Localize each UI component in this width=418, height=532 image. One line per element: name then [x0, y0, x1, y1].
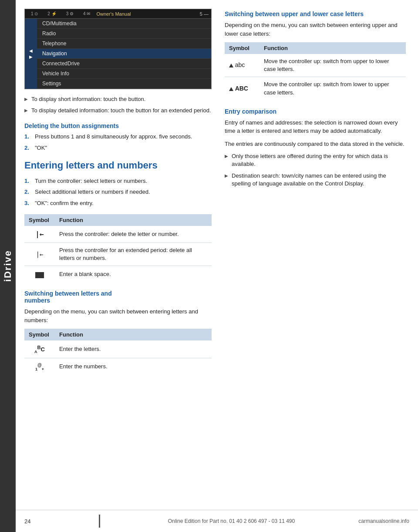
bullet-item-2: ▶ To display detailed information: touch… [24, 107, 212, 114]
entry-comparison-para-1: Entry of names and addresses: the select… [225, 118, 406, 135]
menu-tab-4: 4 ✉ [80, 10, 94, 17]
entry-bullet-arrow-2: ▶ [225, 173, 228, 179]
menu-nav-arrows: ◀ ▶ [25, 19, 37, 89]
menu-item-settings: Settings [37, 79, 211, 89]
backspace-thin-icon: |← [36, 251, 44, 258]
enter-text-3: "OK": confirm the entry. [35, 199, 94, 207]
switching-upper-heading: Switching between upper and lower case l… [225, 10, 406, 17]
table3-header-symbol: Symbol [225, 42, 260, 54]
table3-func-2: Move the controller up: switch from lowe… [260, 77, 406, 100]
bullet-text-2: To display detailed information: touch t… [31, 107, 211, 114]
enter-text-1: Turn the controller: select letters or n… [35, 177, 147, 185]
bullet-arrow-2: ▶ [24, 108, 28, 114]
num-sub-icon: 1@+ [35, 364, 44, 370]
table1-sym-3 [24, 266, 55, 283]
table2-row-2: 1@+ Enter the numbers. [24, 358, 212, 375]
deleting-step-2: 2. "OK" [24, 144, 212, 152]
table1-sym-2: |← [24, 243, 55, 266]
menu-tab-3: 3 ⚙ [63, 10, 77, 17]
abc-sub-icon: ABC [34, 346, 45, 353]
right-column: Switching between upper and lower case l… [225, 9, 406, 383]
entry-bullet-text-1: Only those letters are offered during th… [232, 152, 406, 168]
entry-bullet-text-2: Destination search: town/city names can … [232, 172, 406, 188]
menu-title-text: Owner's Manual [96, 11, 131, 17]
symbol-function-table-2: Symbol Function ABC Enter the letters. 1… [24, 329, 212, 375]
table1-sym-1: |← [24, 226, 55, 243]
blank-space-icon [35, 272, 44, 278]
entering-steps: 1. Turn the controller: select letters o… [24, 177, 212, 207]
menu-item-connecteddrive: ConnectedDrive [37, 59, 211, 69]
sidebar-label: iDrive [2, 250, 13, 282]
table3-sym-2: ABC [225, 77, 260, 100]
entry-bullet-2: ▶ Destination search: town/city names ca… [225, 172, 406, 188]
symbol-function-table-1: Symbol Function |← Press the controller:… [24, 214, 212, 283]
deleting-heading: Deleting the button assignments [24, 122, 212, 129]
table2-header-function: Function [55, 329, 212, 340]
entry-bullet-arrow-1: ▶ [225, 153, 228, 159]
bullet-arrow-1: ▶ [24, 96, 28, 102]
page-number: 24 [24, 518, 30, 525]
deleting-steps: 1. Press buttons 1 and 8 simultaneously … [24, 133, 212, 152]
bullet-item-1: ▶ To display short information: touch th… [24, 95, 212, 103]
menu-title-bar: 1 ⊙ 2 ⚡ 3 ⚙ 4 ✉ Owner's Manual 5 — [25, 9, 211, 19]
entry-comparison-para-2: The entries are continuously compared to… [225, 140, 406, 148]
table2-func-1: Enter the letters. [55, 340, 212, 358]
table2-header-symbol: Symbol [24, 329, 55, 340]
table1-row-3: Enter a blank space. [24, 266, 212, 283]
bullet-text-1: To display short information: touch the … [31, 95, 145, 103]
enter-num-2: 2. [24, 188, 31, 196]
menu-item-navigation: Navigation [37, 49, 211, 59]
entering-step-1: 1. Turn the controller: select letters o… [24, 177, 212, 185]
footer-site: carmanualsonline.info [358, 518, 409, 524]
abc-text: abc [235, 61, 245, 68]
table3-row-2: ABC Move the controller up: switch from … [225, 77, 406, 100]
table1-row-2: |← Press the controller for an extended … [24, 243, 212, 266]
menu-item-radio: Radio [37, 29, 211, 39]
menu-tab-1: 1 ⊙ [27, 10, 41, 17]
sidebar: iDrive [0, 0, 16, 532]
footer: 24 Online Edition for Part no. 01 40 2 6… [16, 510, 418, 532]
table1-func-1: Press the controller: delete the letter … [55, 226, 212, 243]
symbol-function-table-3: Symbol Function abc Move the controller … [225, 42, 406, 100]
switching-letters-intro: Depending on the menu, you can switch be… [24, 307, 212, 324]
table1-func-2: Press the controller for an extended per… [55, 243, 212, 266]
enter-text-2: Select additional letters or numbers if … [35, 188, 150, 196]
menu-items: CD/Multimedia Radio Telephone Navigation… [37, 19, 211, 89]
menu-nav: ◀ ▶ CD/Multimedia Radio Telephone Naviga… [25, 19, 211, 89]
table3-sym-1: abc [225, 54, 260, 77]
step-num-2: 2. [24, 144, 31, 152]
table3-header-function: Function [260, 42, 406, 54]
footer-part-text: Online Edition for Part no. 01 40 2 606 … [168, 518, 295, 524]
menu-item-vehicle-info: Vehicle Info [37, 69, 211, 79]
menu-tab-2: 2 ⚡ [44, 10, 60, 17]
table2-sym-2: 1@+ [24, 358, 55, 375]
footer-divider [99, 515, 100, 528]
table2-func-2: Enter the numbers. [55, 358, 212, 375]
table1-header-symbol: Symbol [24, 214, 55, 226]
table2-sym-1: ABC [24, 340, 55, 358]
nav-arrow-left: ◀ [29, 49, 33, 53]
enter-num-3: 3. [24, 199, 31, 207]
table3-row-1: abc Move the controller up: switch from … [225, 54, 406, 77]
step-text-2: "OK" [35, 144, 47, 152]
main-content: 1 ⊙ 2 ⚡ 3 ⚙ 4 ✉ Owner's Manual 5 — ◀ ▶ C… [16, 0, 418, 396]
large-heading: Entering letters and numbers [24, 160, 212, 171]
ABC-text: ABC [235, 85, 248, 92]
table1-func-3: Enter a blank space. [55, 266, 212, 283]
entry-bullet-1: ▶ Only those letters are offered during … [225, 152, 406, 168]
entering-step-3: 3. "OK": confirm the entry. [24, 199, 212, 207]
triangle-up-icon-2 [229, 87, 233, 91]
menu-item-telephone: Telephone [37, 39, 211, 49]
table1-header-function: Function [55, 214, 212, 226]
entering-step-2: 2. Select additional letters or numbers … [24, 188, 212, 196]
entry-bullet-list: ▶ Only those letters are offered during … [225, 152, 406, 188]
switching-upper-intro: Depending on the menu, you can switch be… [225, 21, 406, 38]
deleting-step-1: 1. Press buttons 1 and 8 simultaneously … [24, 133, 212, 141]
table2-row-1: ABC Enter the letters. [24, 340, 212, 358]
triangle-up-icon-1 [229, 64, 233, 67]
menu-tab-5: 5 — [200, 11, 209, 17]
top-bullet-list: ▶ To display short information: touch th… [24, 95, 212, 114]
menu-item-cd: CD/Multimedia [37, 19, 211, 29]
switching-letters-heading: Switching between letters andnumbers [24, 290, 212, 304]
step-num-1: 1. [24, 133, 31, 141]
